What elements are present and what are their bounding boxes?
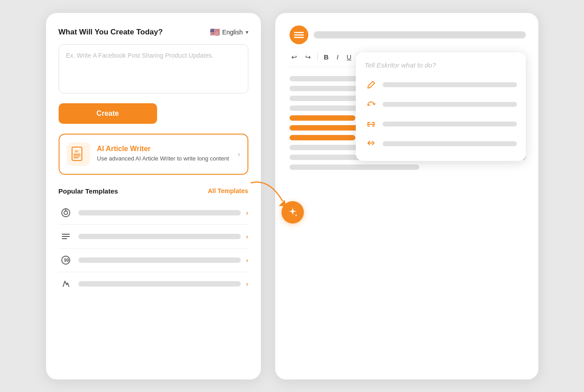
hamburger-icon (294, 30, 304, 40)
content-line-orange (290, 135, 356, 140)
ai-card-content: AI Article Writer Use advanced AI Articl… (97, 145, 231, 163)
ai-article-writer-card[interactable]: AI AI Article Writer Use advanced AI Art… (59, 134, 248, 175)
template-chevron-1: › (246, 209, 248, 216)
sparkle-button[interactable] (281, 201, 304, 223)
template-bar-4 (78, 281, 241, 287)
template-item-1[interactable]: › (59, 201, 248, 225)
ai-action-shorten[interactable] (365, 134, 517, 154)
header-row: What Will You Create Today? 🇺🇸 English ▾ (59, 27, 248, 37)
menu-button[interactable] (290, 25, 308, 44)
template-icon-2 (59, 229, 73, 244)
svg-rect-15 (294, 34, 304, 35)
language-selector[interactable]: 🇺🇸 English ▾ (210, 27, 248, 37)
ai-icon-svg: AI (70, 146, 86, 162)
content-input[interactable] (59, 44, 248, 93)
ai-popup-placeholder: Tell Eskritor what to do? (365, 61, 517, 69)
svg-rect-16 (294, 37, 304, 38)
chevron-down-icon: ▾ (246, 29, 248, 35)
template-bar-1 (78, 210, 241, 215)
expand-icon (365, 118, 377, 131)
ai-card-title: AI Article Writer (97, 145, 231, 153)
underline-button[interactable]: U (345, 52, 354, 62)
ai-action-bar-4 (383, 141, 517, 146)
template-bar-3 (78, 257, 241, 263)
language-label: English (222, 29, 243, 36)
ai-suggestion-popup: Tell Eskritor what to do? (356, 52, 526, 161)
right-panel: ↩ ↪ B I U ¹² (275, 13, 538, 379)
bold-button[interactable]: B (322, 52, 331, 62)
ai-action-bar-1 (383, 82, 517, 87)
create-button[interactable]: Create (59, 103, 157, 124)
template-icon-1 (59, 206, 73, 220)
template-chevron-4: › (246, 280, 248, 287)
ai-action-rephrase[interactable] (365, 95, 517, 114)
page-title: What Will You Create Today? (59, 28, 163, 37)
ai-action-write[interactable] (365, 75, 517, 95)
flag-icon: 🇺🇸 (210, 27, 220, 37)
template-icon-3: 99 (59, 253, 73, 267)
redo-button[interactable]: ↪ (303, 52, 313, 62)
content-line-orange (290, 115, 356, 121)
sparkle-icon (287, 207, 298, 218)
template-item-3[interactable]: 99 › (59, 249, 248, 272)
template-list: › › 99 › › (59, 201, 248, 295)
ai-action-bar-3 (383, 122, 517, 126)
toolbar-separator-1 (317, 53, 318, 61)
content-line (290, 164, 419, 170)
template-bar-2 (78, 234, 241, 239)
template-item-4[interactable]: › (59, 272, 248, 295)
rephrase-icon (365, 98, 377, 111)
svg-text:99: 99 (64, 258, 69, 263)
editor-topbar (290, 25, 526, 44)
editor-content: Tell Eskritor what to do? (290, 76, 526, 170)
ai-card-chevron-icon: › (238, 150, 240, 158)
svg-rect-14 (294, 32, 304, 33)
template-chevron-2: › (246, 233, 248, 240)
editor-title-bar (314, 31, 526, 38)
svg-point-6 (64, 211, 68, 215)
italic-button[interactable]: I (335, 52, 340, 62)
undo-button[interactable]: ↩ (290, 52, 299, 62)
ai-action-expand[interactable] (365, 114, 517, 134)
templates-header: Popular Templates All Templates (59, 187, 248, 195)
template-item-2[interactable]: › (59, 225, 248, 249)
template-icon-4 (59, 277, 73, 291)
shorten-icon (365, 138, 377, 150)
template-chevron-3: › (246, 257, 248, 264)
all-templates-link[interactable]: All Templates (208, 187, 248, 194)
left-panel: What Will You Create Today? 🇺🇸 English ▾… (46, 13, 261, 379)
ai-article-icon: AI (67, 143, 90, 166)
write-icon (365, 79, 377, 91)
ai-card-description: Use advanced AI Article Writer to write … (97, 155, 231, 163)
svg-text:AI: AI (75, 149, 78, 153)
templates-title: Popular Templates (59, 187, 118, 195)
ai-action-bar-2 (383, 102, 517, 107)
